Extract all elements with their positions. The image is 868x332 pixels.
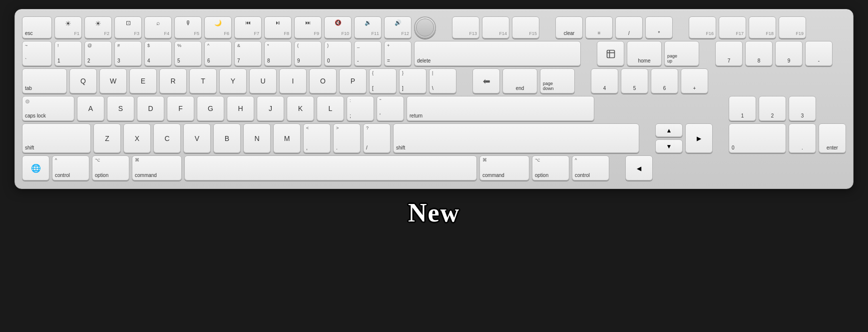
f14-key[interactable]: F14 bbox=[482, 16, 509, 38]
y-key[interactable]: Y bbox=[219, 68, 247, 94]
capslock-key[interactable]: caps lock bbox=[22, 96, 74, 121]
f11-key[interactable]: 🔉 F11 bbox=[354, 16, 382, 38]
spacebar-key[interactable] bbox=[184, 156, 477, 180]
semicolon-key[interactable]: : ; bbox=[347, 96, 374, 121]
numpad-equals-key[interactable]: = bbox=[585, 16, 613, 38]
numpad-dot-key[interactable]: . bbox=[789, 124, 816, 153]
quote-key[interactable]: " ' bbox=[377, 96, 404, 121]
l-key[interactable]: L bbox=[317, 96, 344, 121]
minus-key[interactable]: _ - bbox=[354, 41, 382, 66]
f15-key[interactable]: F15 bbox=[512, 16, 539, 38]
up-arrow-key[interactable]: ▲ bbox=[655, 124, 683, 137]
7-key[interactable]: & 7 bbox=[234, 41, 262, 66]
5-key[interactable]: % 5 bbox=[174, 41, 202, 66]
r-key[interactable]: R bbox=[159, 68, 187, 94]
t-key[interactable]: T bbox=[189, 68, 217, 94]
right-option-key[interactable]: ⌥ option bbox=[532, 156, 569, 180]
k-key[interactable]: K bbox=[287, 96, 314, 121]
numpad-2-key[interactable]: 2 bbox=[759, 96, 786, 121]
numpad-6-key[interactable]: 6 bbox=[651, 68, 678, 94]
period-key[interactable]: > . bbox=[333, 124, 361, 153]
g-key[interactable]: G bbox=[197, 96, 224, 121]
numpad-0-key[interactable]: 0 bbox=[729, 124, 786, 153]
m-key[interactable]: M bbox=[273, 124, 301, 153]
right-control-key[interactable]: ^ control bbox=[572, 156, 609, 180]
numpad-4-key[interactable]: 4 bbox=[591, 68, 618, 94]
right-shift-key[interactable]: shift bbox=[393, 124, 639, 153]
f1-key[interactable]: ☀ F1 bbox=[54, 16, 82, 38]
z-key[interactable]: Z bbox=[93, 124, 121, 153]
left-option-key[interactable]: ⌥ option bbox=[92, 156, 129, 180]
clear-key[interactable]: clear bbox=[555, 16, 583, 38]
s-key[interactable]: S bbox=[107, 96, 134, 121]
c-key[interactable]: C bbox=[153, 124, 181, 153]
pagedown-key[interactable]: pagedown bbox=[540, 68, 575, 94]
left-control-key[interactable]: ^ control bbox=[52, 156, 89, 180]
f12-key[interactable]: 🔊 F12 bbox=[384, 16, 412, 38]
f4-key[interactable]: ⌕ F4 bbox=[144, 16, 172, 38]
fwddel-key[interactable] bbox=[472, 68, 500, 94]
lbracket-key[interactable]: { [ bbox=[369, 68, 397, 94]
f8-key[interactable]: ⏯ F8 bbox=[264, 16, 292, 38]
numlock-key[interactable] bbox=[597, 41, 624, 66]
pageup-key[interactable]: pageup bbox=[664, 41, 699, 66]
equals-key[interactable]: + = bbox=[384, 41, 412, 66]
n-key[interactable]: N bbox=[243, 124, 271, 153]
f17-key[interactable]: F17 bbox=[719, 16, 746, 38]
f5-key[interactable]: 🎙 F5 bbox=[174, 16, 202, 38]
left-command-key[interactable]: ⌘ command bbox=[132, 156, 182, 180]
f10-key[interactable]: 🔇 F10 bbox=[324, 16, 352, 38]
numpad-8-key[interactable]: 8 bbox=[745, 41, 773, 66]
left-arrow-key[interactable]: ◀ bbox=[625, 156, 653, 180]
comma-key[interactable]: < , bbox=[303, 124, 331, 153]
numpad-star-key[interactable]: * bbox=[645, 16, 673, 38]
f3-key[interactable]: ⊡ F3 bbox=[114, 16, 142, 38]
6-key[interactable]: ^ 6 bbox=[204, 41, 232, 66]
v-key[interactable]: V bbox=[183, 124, 211, 153]
numpad-enter-key[interactable]: enter bbox=[819, 124, 846, 153]
f19-key[interactable]: F19 bbox=[779, 16, 806, 38]
d-key[interactable]: D bbox=[137, 96, 164, 121]
j-key[interactable]: J bbox=[257, 96, 284, 121]
numpad-3-key[interactable]: 3 bbox=[789, 96, 816, 121]
f16-key[interactable]: F16 bbox=[689, 16, 716, 38]
backtick-key[interactable]: ~ ` bbox=[22, 41, 52, 66]
home-key[interactable]: home bbox=[627, 41, 662, 66]
numpad-9-key[interactable]: 9 bbox=[775, 41, 803, 66]
esc-key[interactable]: esc bbox=[22, 16, 52, 38]
2-key[interactable]: @ 2 bbox=[84, 41, 112, 66]
w-key[interactable]: W bbox=[99, 68, 127, 94]
delete-key[interactable]: delete bbox=[414, 41, 581, 66]
p-key[interactable]: P bbox=[339, 68, 367, 94]
right-command-key[interactable]: ⌘ command bbox=[479, 156, 529, 180]
power-key[interactable] bbox=[414, 16, 436, 38]
numpad-7-key[interactable]: 7 bbox=[715, 41, 743, 66]
i-key[interactable]: I bbox=[279, 68, 307, 94]
f18-key[interactable]: F18 bbox=[749, 16, 776, 38]
numpad-minus-key[interactable]: - bbox=[805, 41, 833, 66]
left-shift-key[interactable]: shift bbox=[22, 124, 91, 153]
u-key[interactable]: U bbox=[249, 68, 277, 94]
f2-key[interactable]: ☀ F2 bbox=[84, 16, 112, 38]
4-key[interactable]: $ 4 bbox=[144, 41, 172, 66]
f7-key[interactable]: ⏮ F7 bbox=[234, 16, 262, 38]
3-key[interactable]: # 3 bbox=[114, 41, 142, 66]
9-key[interactable]: ( 9 bbox=[294, 41, 322, 66]
x-key[interactable]: X bbox=[123, 124, 151, 153]
numpad-plus-key[interactable]: + bbox=[681, 68, 708, 94]
f-key[interactable]: F bbox=[167, 96, 194, 121]
8-key[interactable]: * 8 bbox=[264, 41, 292, 66]
1-key[interactable]: ! 1 bbox=[54, 41, 82, 66]
rbracket-key[interactable]: } ] bbox=[399, 68, 427, 94]
slash-key[interactable]: ? / bbox=[363, 124, 391, 153]
numpad-slash-key[interactable]: / bbox=[615, 16, 643, 38]
tab-key[interactable]: tab bbox=[22, 68, 67, 94]
h-key[interactable]: H bbox=[227, 96, 254, 121]
return-key[interactable]: return bbox=[407, 96, 594, 121]
e-key[interactable]: E bbox=[129, 68, 157, 94]
f6-key[interactable]: 🌙 F6 bbox=[204, 16, 232, 38]
down-arrow-key[interactable]: ▼ bbox=[655, 140, 683, 153]
f13-key[interactable]: F13 bbox=[452, 16, 479, 38]
right-arrow-key[interactable]: ▶ bbox=[685, 124, 713, 153]
f9-key[interactable]: ⏭ F9 bbox=[294, 16, 322, 38]
